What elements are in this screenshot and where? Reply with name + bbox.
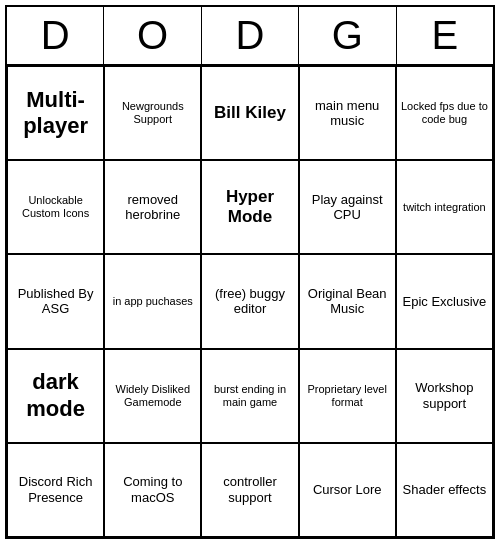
bingo-cell-text-3: main menu music: [304, 98, 391, 129]
bingo-cell-20: Discord Rich Presence: [7, 443, 104, 537]
bingo-cell-7: Hyper Mode: [201, 160, 298, 254]
bingo-cell-6: removed herobrine: [104, 160, 201, 254]
bingo-cell-text-14: Epic Exclusive: [402, 294, 486, 310]
bingo-grid: Multi-playerNewgrounds SupportBill Kiley…: [5, 64, 495, 539]
bingo-cell-text-1: Newgrounds Support: [109, 100, 196, 126]
bingo-cell-text-22: controller support: [206, 474, 293, 505]
bingo-cell-3: main menu music: [299, 66, 396, 160]
bingo-cell-text-6: removed herobrine: [109, 192, 196, 223]
bingo-cell-15: dark mode: [7, 349, 104, 443]
bingo-cell-text-7: Hyper Mode: [206, 187, 293, 228]
bingo-cell-18: Proprietary level format: [299, 349, 396, 443]
bingo-cell-text-24: Shader effects: [403, 482, 487, 498]
bingo-cell-24: Shader effects: [396, 443, 493, 537]
bingo-cell-9: twitch integration: [396, 160, 493, 254]
bingo-cell-8: Play against CPU: [299, 160, 396, 254]
bingo-board: DODGE Multi-playerNewgrounds SupportBill…: [5, 5, 495, 539]
bingo-cell-text-8: Play against CPU: [304, 192, 391, 223]
bingo-cell-5: Unlockable Custom Icons: [7, 160, 104, 254]
bingo-cell-text-4: Locked fps due to code bug: [401, 100, 488, 126]
bingo-cell-2: Bill Kiley: [201, 66, 298, 160]
header-letter-G: G: [299, 7, 396, 64]
bingo-cell-text-18: Proprietary level format: [304, 383, 391, 409]
bingo-cell-23: Cursor Lore: [299, 443, 396, 537]
bingo-cell-text-9: twitch integration: [403, 201, 486, 214]
bingo-cell-text-0: Multi-player: [23, 87, 88, 140]
bingo-cell-text-16: Widely Disliked Gamemode: [109, 383, 196, 409]
bingo-cell-text-13: Original Bean Music: [304, 286, 391, 317]
bingo-header: DODGE: [5, 5, 495, 64]
bingo-cell-text-12: (free) buggy editor: [206, 286, 293, 317]
bingo-cell-1: Newgrounds Support: [104, 66, 201, 160]
header-letter-D: D: [202, 7, 299, 64]
bingo-cell-17: burst ending in main game: [201, 349, 298, 443]
bingo-cell-19: Workshop support: [396, 349, 493, 443]
bingo-cell-text-11: in app puchases: [113, 295, 193, 308]
header-letter-D: D: [7, 7, 104, 64]
bingo-cell-0: Multi-player: [7, 66, 104, 160]
bingo-cell-16: Widely Disliked Gamemode: [104, 349, 201, 443]
bingo-cell-text-23: Cursor Lore: [313, 482, 382, 498]
bingo-cell-13: Original Bean Music: [299, 254, 396, 348]
bingo-cell-12: (free) buggy editor: [201, 254, 298, 348]
bingo-cell-text-15: dark mode: [12, 369, 99, 422]
bingo-cell-text-21: Coming to macOS: [109, 474, 196, 505]
bingo-cell-22: controller support: [201, 443, 298, 537]
bingo-cell-14: Epic Exclusive: [396, 254, 493, 348]
bingo-cell-11: in app puchases: [104, 254, 201, 348]
bingo-cell-10: Published By ASG: [7, 254, 104, 348]
bingo-cell-text-17: burst ending in main game: [206, 383, 293, 409]
bingo-cell-text-20: Discord Rich Presence: [12, 474, 99, 505]
header-letter-E: E: [397, 7, 493, 64]
header-letter-O: O: [104, 7, 201, 64]
bingo-cell-text-2: Bill Kiley: [214, 103, 286, 123]
bingo-cell-21: Coming to macOS: [104, 443, 201, 537]
bingo-cell-4: Locked fps due to code bug: [396, 66, 493, 160]
bingo-cell-text-5: Unlockable Custom Icons: [12, 194, 99, 220]
bingo-cell-text-10: Published By ASG: [12, 286, 99, 317]
bingo-cell-text-19: Workshop support: [401, 380, 488, 411]
